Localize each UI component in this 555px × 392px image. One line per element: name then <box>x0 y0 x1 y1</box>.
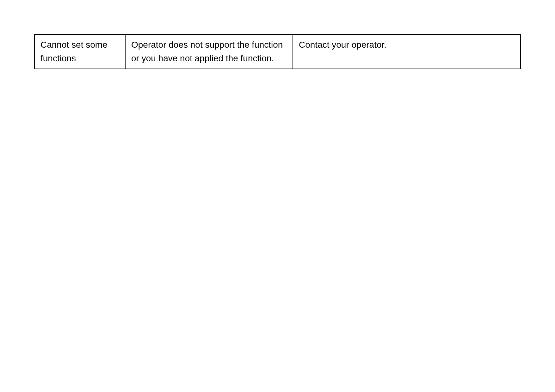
cause-cell: Operator does not support the function o… <box>125 34 293 69</box>
table-row: Cannot set some functions Operator does … <box>34 34 521 69</box>
troubleshooting-table: Cannot set some functions Operator does … <box>34 34 521 69</box>
problem-cell: Cannot set some functions <box>34 34 125 69</box>
solution-cell: Contact your operator. <box>293 34 521 69</box>
